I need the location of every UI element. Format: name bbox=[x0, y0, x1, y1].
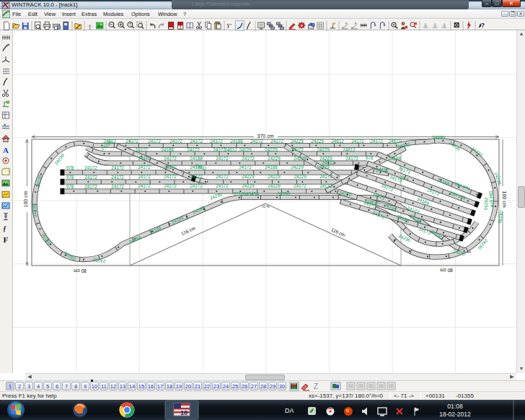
svg-text:116 cm: 116 cm bbox=[330, 227, 346, 237]
svg-text:24229: 24229 bbox=[311, 139, 324, 144]
svg-text:24188: 24188 bbox=[388, 156, 401, 161]
svg-text:24612: 24612 bbox=[343, 147, 356, 152]
svg-text:24229: 24229 bbox=[268, 156, 281, 161]
svg-text:24172: 24172 bbox=[138, 156, 151, 161]
svg-text:24229: 24229 bbox=[268, 174, 281, 179]
svg-text:24172: 24172 bbox=[84, 165, 97, 170]
svg-text:24172: 24172 bbox=[294, 183, 306, 188]
svg-text:24172: 24172 bbox=[138, 165, 151, 170]
svg-text:100 cm: 100 cm bbox=[23, 191, 28, 207]
svg-text:24172: 24172 bbox=[216, 174, 229, 179]
svg-text:24172: 24172 bbox=[164, 156, 177, 161]
svg-text:24172: 24172 bbox=[242, 156, 255, 161]
svg-text:24172: 24172 bbox=[84, 184, 97, 189]
svg-text:24172: 24172 bbox=[138, 174, 151, 179]
svg-text:24172: 24172 bbox=[210, 139, 223, 144]
svg-text:24229: 24229 bbox=[317, 147, 330, 152]
svg-text:24188: 24188 bbox=[230, 139, 243, 144]
svg-text:?: ? bbox=[481, 22, 485, 29]
svg-text:24172: 24172 bbox=[319, 174, 332, 179]
svg-text:978: 978 bbox=[66, 175, 74, 180]
svg-text:24188: 24188 bbox=[436, 177, 450, 186]
svg-text:978: 978 bbox=[66, 184, 74, 189]
svg-text:116 cm: 116 cm bbox=[180, 225, 196, 236]
svg-text:24172: 24172 bbox=[270, 139, 283, 144]
svg-text:24172: 24172 bbox=[190, 139, 203, 144]
svg-text:24612: 24612 bbox=[322, 160, 335, 165]
svg-text:978: 978 bbox=[66, 165, 74, 170]
svg-text:24611: 24611 bbox=[388, 139, 401, 144]
svg-text:24172: 24172 bbox=[190, 174, 203, 179]
svg-text:≈0 %: ≈0 % bbox=[261, 204, 270, 209]
svg-text:24172: 24172 bbox=[239, 165, 252, 170]
svg-text:24172: 24172 bbox=[135, 147, 148, 152]
svg-text:24172: 24172 bbox=[351, 139, 364, 144]
svg-text:24188: 24188 bbox=[190, 156, 203, 161]
svg-text:24230: 24230 bbox=[35, 175, 43, 188]
svg-text:24172: 24172 bbox=[345, 156, 358, 161]
svg-text:ƒ: ƒ bbox=[3, 224, 6, 232]
svg-text:18-02-2012: 18-02-2012 bbox=[439, 411, 471, 418]
svg-text:24612: 24612 bbox=[224, 147, 237, 152]
svg-text:24229: 24229 bbox=[268, 183, 281, 188]
svg-text:01:08: 01:08 bbox=[447, 403, 463, 410]
svg-text:24172: 24172 bbox=[250, 139, 263, 144]
svg-text:24188: 24188 bbox=[265, 165, 278, 170]
svg-text:24350: 24350 bbox=[277, 191, 290, 196]
svg-text:Yʹ: Yʹ bbox=[226, 22, 231, 30]
svg-text:24230: 24230 bbox=[92, 258, 106, 264]
svg-text:24188: 24188 bbox=[149, 225, 162, 235]
svg-text:24229: 24229 bbox=[265, 147, 278, 152]
svg-text:80 cm: 80 cm bbox=[74, 268, 87, 274]
svg-text:F: F bbox=[4, 235, 9, 244]
svg-text:80 cm: 80 cm bbox=[440, 268, 453, 273]
svg-text:100 cm: 100 cm bbox=[502, 191, 507, 208]
svg-text:24612: 24612 bbox=[331, 139, 344, 144]
svg-text:24172: 24172 bbox=[111, 184, 124, 189]
svg-text:Z: Z bbox=[314, 382, 318, 390]
svg-text:24230: 24230 bbox=[432, 135, 445, 140]
svg-text:24172: 24172 bbox=[319, 183, 332, 188]
svg-text:24172: 24172 bbox=[187, 147, 200, 152]
svg-text:10: 10 bbox=[180, 409, 188, 416]
svg-text:·|·: ·|· bbox=[87, 23, 92, 30]
svg-text:24229: 24229 bbox=[291, 139, 304, 144]
svg-text:24172: 24172 bbox=[370, 139, 383, 144]
svg-text:24230: 24230 bbox=[483, 197, 490, 211]
svg-text:24172: 24172 bbox=[148, 139, 161, 144]
svg-text:24172: 24172 bbox=[216, 183, 229, 188]
svg-text:24172: 24172 bbox=[216, 156, 229, 161]
svg-text:24172: 24172 bbox=[111, 165, 124, 170]
svg-text:A: A bbox=[3, 146, 9, 154]
svg-text:24172: 24172 bbox=[190, 183, 203, 188]
svg-text:24172: 24172 bbox=[164, 165, 177, 170]
svg-text:24229: 24229 bbox=[242, 174, 255, 179]
svg-text:978: 978 bbox=[366, 155, 374, 160]
svg-text:24229: 24229 bbox=[294, 174, 306, 179]
svg-text:24229: 24229 bbox=[291, 165, 304, 170]
svg-text:?: ? bbox=[129, 22, 131, 27]
svg-text:24172: 24172 bbox=[84, 175, 97, 180]
svg-text:24172: 24172 bbox=[164, 183, 177, 188]
svg-text:370 cm: 370 cm bbox=[257, 134, 274, 139]
svg-text:24172: 24172 bbox=[111, 175, 124, 180]
svg-text:24172: 24172 bbox=[169, 139, 182, 144]
svg-text:24229: 24229 bbox=[242, 183, 255, 188]
svg-text:24229: 24229 bbox=[317, 165, 330, 170]
svg-text:24172: 24172 bbox=[125, 139, 138, 144]
svg-text:24230: 24230 bbox=[497, 210, 504, 224]
svg-text:24188: 24188 bbox=[161, 147, 174, 152]
svg-text:24229: 24229 bbox=[239, 147, 252, 152]
svg-text:24229: 24229 bbox=[294, 156, 306, 161]
svg-text:24172: 24172 bbox=[291, 147, 304, 152]
svg-text:24612: 24612 bbox=[376, 167, 389, 172]
svg-text:24172: 24172 bbox=[138, 183, 151, 188]
svg-text:24230: 24230 bbox=[40, 232, 51, 246]
svg-text:DA: DA bbox=[285, 407, 294, 414]
svg-text:0710649454: 0710649454 bbox=[233, 191, 259, 196]
svg-text:24172: 24172 bbox=[164, 174, 177, 179]
